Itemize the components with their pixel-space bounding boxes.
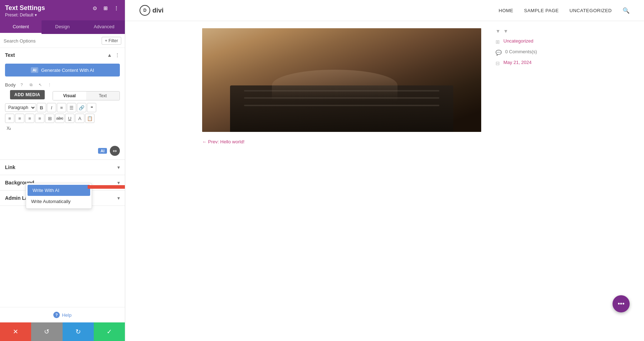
panel-tabs: Content Design Advanced [0, 20, 125, 34]
settings-panel: Text Settings ⊙ ⊞ ⋮ Preset: Default ▾ Co… [0, 0, 125, 341]
text-color-button[interactable]: A [75, 114, 84, 123]
chevron-up-icon[interactable]: ▲ [107, 52, 112, 58]
sidebar-nav-arrows: ▼ ▼ [496, 28, 567, 34]
panel-title-text: Text Settings [5, 4, 45, 12]
save-button[interactable]: ✓ [94, 322, 125, 341]
bold-button[interactable]: B [37, 103, 46, 112]
body-label: Body [5, 82, 16, 88]
more-icon[interactable]: ⋮ [113, 5, 120, 12]
generate-btn-label: Generate Content With AI [41, 68, 94, 73]
sidebar-arrow-down-1[interactable]: ▼ [496, 28, 501, 34]
sidebar-category-item: ⊞ Uncategorized [496, 38, 567, 45]
undo-button[interactable]: ↺ [31, 322, 62, 341]
panel-body-wrap: Text ▲ ⋮ AI Generate Content With AI Bod… [0, 48, 125, 206]
svg-rect-0 [88, 185, 125, 189]
help-circle-icon: ? [53, 312, 60, 318]
tab-text[interactable]: Text [86, 92, 119, 100]
laptop-scene-image [202, 28, 481, 132]
tab-advanced[interactable]: Advanced [83, 20, 125, 34]
panel-body: Text ▲ ⋮ AI Generate Content With AI Bod… [0, 48, 125, 307]
red-arrow-annotation [88, 182, 125, 193]
italic-button[interactable]: I [47, 103, 56, 112]
blockquote-button[interactable]: ❝ [87, 103, 96, 112]
fab-button[interactable]: ••• [613, 295, 630, 312]
ai-dropdown: Write With AI Write Automatically [26, 183, 92, 209]
paste-button[interactable]: 📋 [85, 114, 94, 123]
ordered-list-button[interactable]: ☰ [67, 103, 76, 112]
sidebar-date-item: ⊟ May 21, 2024 [496, 60, 567, 66]
table-button[interactable]: ⊞ [45, 114, 54, 123]
help-icon-small[interactable]: ? [19, 81, 25, 88]
comments-label[interactable]: 0 Comments(s) [505, 49, 537, 54]
write-automatically-item[interactable]: Write Automatically [26, 196, 92, 207]
content-main: ← Prev: Hello world! [202, 28, 481, 144]
tab-design[interactable]: Design [42, 20, 83, 34]
ai-editor-badge[interactable]: AI [98, 148, 107, 154]
align-right-button[interactable]: ≡ [25, 114, 34, 123]
expand-arrow-button[interactable]: ⇔ [110, 146, 120, 156]
copy-icon[interactable]: ⧉ [28, 81, 34, 88]
search-bar: + Filter [0, 34, 125, 48]
filter-button[interactable]: + Filter [102, 37, 121, 45]
ai-badge-icon: AI [31, 67, 38, 73]
panel-preset[interactable]: Preset: Default ▾ [5, 13, 120, 18]
tab-visual[interactable]: Visual [53, 92, 86, 100]
help-label: Help [62, 312, 72, 318]
cursor-icon[interactable]: ↖ [37, 81, 44, 88]
category-label[interactable]: Uncategorized [503, 38, 533, 44]
text-section-header[interactable]: Text ▲ ⋮ [0, 48, 125, 62]
subscript-button[interactable]: X₂ [5, 124, 13, 132]
link-chevron-icon[interactable]: ▾ [117, 164, 120, 170]
logo-text: divi [152, 7, 164, 14]
nav-home[interactable]: HOME [499, 8, 513, 13]
date-label[interactable]: May 21, 2024 [503, 60, 532, 65]
section-more-icon[interactable]: ⋮ [115, 52, 120, 58]
panel-header: Text Settings ⊙ ⊞ ⋮ Preset: Default ▾ [0, 0, 125, 20]
category-icon: ⊞ [496, 39, 500, 45]
link-section-title: Link [5, 164, 15, 170]
redo-button[interactable]: ↻ [63, 322, 94, 341]
body-more-icon[interactable]: ⋮ [47, 81, 53, 88]
unordered-list-button[interactable]: ≡ [57, 103, 66, 112]
strikethrough-button[interactable]: abc [55, 114, 64, 123]
align-justify-button[interactable]: ≡ [35, 114, 44, 123]
prev-link[interactable]: ← Prev: Hello world! [202, 139, 481, 144]
bottom-action-bar: ✕ ↺ ↻ ✓ [0, 322, 125, 341]
editor-toolbar: Paragraph B I ≡ ☰ 🔗 ❝ ≡ ≡ ≡ [0, 103, 125, 133]
site-inner: ← Prev: Hello world! ▼ ▼ ⊞ Uncategorized… [188, 21, 581, 152]
logo-circle: D [140, 5, 150, 16]
site-search-icon[interactable]: 🔍 [623, 7, 630, 14]
close-button[interactable]: ✕ [0, 322, 31, 341]
link-section-header[interactable]: Link ▾ [0, 160, 125, 175]
settings-icon[interactable]: ⊙ [91, 5, 98, 12]
text-section: Text ▲ ⋮ AI Generate Content With AI Bod… [0, 48, 125, 160]
align-left-button[interactable]: ≡ [5, 114, 14, 123]
toolbar-row-3: X₂ [5, 124, 120, 132]
layout-icon[interactable]: ⊞ [102, 5, 109, 12]
link-button[interactable]: 🔗 [77, 103, 86, 112]
site-logo: D divi [140, 5, 164, 16]
content-sidebar: ▼ ▼ ⊞ Uncategorized 💬 0 Comments(s) ⊟ Ma… [496, 28, 567, 144]
date-icon: ⊟ [496, 60, 500, 66]
editor-tabs: Visual Text [53, 91, 120, 100]
nav-sample-page[interactable]: SAMPLE PAGE [524, 8, 559, 13]
underline-button[interactable]: U [65, 114, 74, 123]
tab-content[interactable]: Content [0, 20, 42, 34]
search-input[interactable] [4, 38, 99, 44]
add-media-button[interactable]: ADD MEDIA [10, 90, 45, 99]
panel-title-row: Text Settings ⊙ ⊞ ⋮ [5, 4, 120, 12]
admin-label-chevron-icon[interactable]: ▾ [117, 195, 120, 201]
nav-uncategorized[interactable]: UNCATEGORIZED [570, 8, 612, 13]
paragraph-select[interactable]: Paragraph [5, 103, 36, 112]
write-with-ai-item[interactable]: Write With AI [28, 185, 90, 196]
text-section-icons: ▲ ⋮ [107, 52, 120, 58]
panel-title-icons: ⊙ ⊞ ⋮ [91, 5, 120, 12]
body-row: Body ? ⧉ ↖ ⋮ [0, 80, 125, 90]
editor-bottom-row: AI ⇔ [0, 146, 125, 159]
align-center-button[interactable]: ≡ [15, 114, 24, 123]
generate-ai-button[interactable]: AI Generate Content With AI [5, 64, 120, 76]
sidebar-arrow-down-2[interactable]: ▼ [503, 28, 508, 34]
panel-footer[interactable]: ? Help [0, 307, 125, 322]
comments-icon: 💬 [496, 50, 502, 55]
site-content-area: ← Prev: Hello world! ▼ ▼ ⊞ Uncategorized… [125, 21, 644, 341]
